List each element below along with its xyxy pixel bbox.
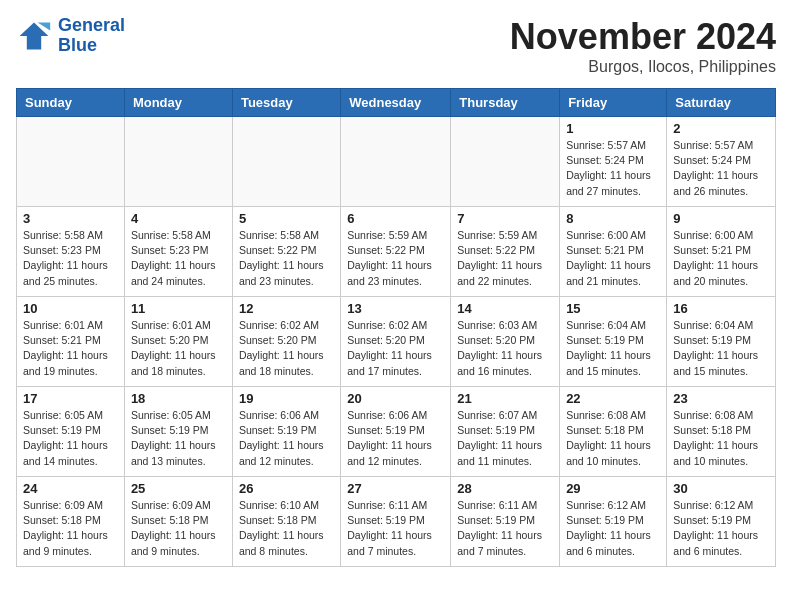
calendar-cell: 24Sunrise: 6:09 AM Sunset: 5:18 PM Dayli… [17, 477, 125, 567]
calendar-cell: 26Sunrise: 6:10 AM Sunset: 5:18 PM Dayli… [232, 477, 340, 567]
calendar-cell: 27Sunrise: 6:11 AM Sunset: 5:19 PM Dayli… [341, 477, 451, 567]
weekday-header: Friday [560, 89, 667, 117]
header: General Blue November 2024 Burgos, Iloco… [16, 16, 776, 76]
day-info: Sunrise: 6:12 AM Sunset: 5:19 PM Dayligh… [673, 498, 769, 559]
calendar-cell: 12Sunrise: 6:02 AM Sunset: 5:20 PM Dayli… [232, 297, 340, 387]
calendar-cell [17, 117, 125, 207]
day-info: Sunrise: 6:04 AM Sunset: 5:19 PM Dayligh… [673, 318, 769, 379]
day-info: Sunrise: 6:01 AM Sunset: 5:21 PM Dayligh… [23, 318, 118, 379]
day-info: Sunrise: 6:12 AM Sunset: 5:19 PM Dayligh… [566, 498, 660, 559]
day-number: 26 [239, 481, 334, 496]
calendar-cell [232, 117, 340, 207]
day-number: 3 [23, 211, 118, 226]
day-number: 9 [673, 211, 769, 226]
day-info: Sunrise: 6:00 AM Sunset: 5:21 PM Dayligh… [566, 228, 660, 289]
calendar-cell: 29Sunrise: 6:12 AM Sunset: 5:19 PM Dayli… [560, 477, 667, 567]
calendar-cell: 25Sunrise: 6:09 AM Sunset: 5:18 PM Dayli… [124, 477, 232, 567]
day-info: Sunrise: 6:03 AM Sunset: 5:20 PM Dayligh… [457, 318, 553, 379]
day-number: 15 [566, 301, 660, 316]
week-row: 1Sunrise: 5:57 AM Sunset: 5:24 PM Daylig… [17, 117, 776, 207]
calendar-cell: 5Sunrise: 5:58 AM Sunset: 5:22 PM Daylig… [232, 207, 340, 297]
calendar-cell: 17Sunrise: 6:05 AM Sunset: 5:19 PM Dayli… [17, 387, 125, 477]
calendar-cell: 23Sunrise: 6:08 AM Sunset: 5:18 PM Dayli… [667, 387, 776, 477]
weekday-header: Thursday [451, 89, 560, 117]
logo-icon [16, 18, 52, 54]
day-info: Sunrise: 6:05 AM Sunset: 5:19 PM Dayligh… [131, 408, 226, 469]
day-number: 18 [131, 391, 226, 406]
calendar: SundayMondayTuesdayWednesdayThursdayFrid… [16, 88, 776, 567]
day-number: 14 [457, 301, 553, 316]
day-info: Sunrise: 6:05 AM Sunset: 5:19 PM Dayligh… [23, 408, 118, 469]
day-number: 24 [23, 481, 118, 496]
calendar-cell [451, 117, 560, 207]
day-info: Sunrise: 6:08 AM Sunset: 5:18 PM Dayligh… [673, 408, 769, 469]
day-number: 29 [566, 481, 660, 496]
day-info: Sunrise: 5:59 AM Sunset: 5:22 PM Dayligh… [347, 228, 444, 289]
week-row: 3Sunrise: 5:58 AM Sunset: 5:23 PM Daylig… [17, 207, 776, 297]
day-number: 16 [673, 301, 769, 316]
logo: General Blue [16, 16, 125, 56]
calendar-cell: 28Sunrise: 6:11 AM Sunset: 5:19 PM Dayli… [451, 477, 560, 567]
day-number: 21 [457, 391, 553, 406]
calendar-cell: 7Sunrise: 5:59 AM Sunset: 5:22 PM Daylig… [451, 207, 560, 297]
calendar-cell: 13Sunrise: 6:02 AM Sunset: 5:20 PM Dayli… [341, 297, 451, 387]
day-info: Sunrise: 6:08 AM Sunset: 5:18 PM Dayligh… [566, 408, 660, 469]
calendar-cell: 22Sunrise: 6:08 AM Sunset: 5:18 PM Dayli… [560, 387, 667, 477]
day-number: 8 [566, 211, 660, 226]
day-info: Sunrise: 6:02 AM Sunset: 5:20 PM Dayligh… [347, 318, 444, 379]
calendar-cell: 4Sunrise: 5:58 AM Sunset: 5:23 PM Daylig… [124, 207, 232, 297]
day-info: Sunrise: 5:58 AM Sunset: 5:23 PM Dayligh… [131, 228, 226, 289]
day-number: 19 [239, 391, 334, 406]
calendar-cell: 3Sunrise: 5:58 AM Sunset: 5:23 PM Daylig… [17, 207, 125, 297]
calendar-cell: 8Sunrise: 6:00 AM Sunset: 5:21 PM Daylig… [560, 207, 667, 297]
calendar-cell: 6Sunrise: 5:59 AM Sunset: 5:22 PM Daylig… [341, 207, 451, 297]
day-info: Sunrise: 6:02 AM Sunset: 5:20 PM Dayligh… [239, 318, 334, 379]
day-number: 4 [131, 211, 226, 226]
calendar-cell: 19Sunrise: 6:06 AM Sunset: 5:19 PM Dayli… [232, 387, 340, 477]
day-info: Sunrise: 5:58 AM Sunset: 5:22 PM Dayligh… [239, 228, 334, 289]
day-number: 27 [347, 481, 444, 496]
location: Burgos, Ilocos, Philippines [510, 58, 776, 76]
day-number: 28 [457, 481, 553, 496]
day-info: Sunrise: 6:11 AM Sunset: 5:19 PM Dayligh… [347, 498, 444, 559]
weekday-header: Saturday [667, 89, 776, 117]
day-info: Sunrise: 6:04 AM Sunset: 5:19 PM Dayligh… [566, 318, 660, 379]
day-info: Sunrise: 6:01 AM Sunset: 5:20 PM Dayligh… [131, 318, 226, 379]
calendar-cell: 20Sunrise: 6:06 AM Sunset: 5:19 PM Dayli… [341, 387, 451, 477]
calendar-cell: 14Sunrise: 6:03 AM Sunset: 5:20 PM Dayli… [451, 297, 560, 387]
week-row: 10Sunrise: 6:01 AM Sunset: 5:21 PM Dayli… [17, 297, 776, 387]
day-info: Sunrise: 5:57 AM Sunset: 5:24 PM Dayligh… [673, 138, 769, 199]
day-number: 7 [457, 211, 553, 226]
day-number: 22 [566, 391, 660, 406]
day-info: Sunrise: 6:09 AM Sunset: 5:18 PM Dayligh… [23, 498, 118, 559]
weekday-header: Monday [124, 89, 232, 117]
weekday-header: Sunday [17, 89, 125, 117]
day-info: Sunrise: 6:11 AM Sunset: 5:19 PM Dayligh… [457, 498, 553, 559]
calendar-cell: 10Sunrise: 6:01 AM Sunset: 5:21 PM Dayli… [17, 297, 125, 387]
day-number: 20 [347, 391, 444, 406]
day-info: Sunrise: 5:59 AM Sunset: 5:22 PM Dayligh… [457, 228, 553, 289]
day-info: Sunrise: 6:07 AM Sunset: 5:19 PM Dayligh… [457, 408, 553, 469]
calendar-cell: 16Sunrise: 6:04 AM Sunset: 5:19 PM Dayli… [667, 297, 776, 387]
day-number: 30 [673, 481, 769, 496]
day-info: Sunrise: 5:57 AM Sunset: 5:24 PM Dayligh… [566, 138, 660, 199]
calendar-cell: 15Sunrise: 6:04 AM Sunset: 5:19 PM Dayli… [560, 297, 667, 387]
day-number: 23 [673, 391, 769, 406]
calendar-cell: 18Sunrise: 6:05 AM Sunset: 5:19 PM Dayli… [124, 387, 232, 477]
day-info: Sunrise: 6:10 AM Sunset: 5:18 PM Dayligh… [239, 498, 334, 559]
calendar-cell: 11Sunrise: 6:01 AM Sunset: 5:20 PM Dayli… [124, 297, 232, 387]
day-number: 25 [131, 481, 226, 496]
week-row: 24Sunrise: 6:09 AM Sunset: 5:18 PM Dayli… [17, 477, 776, 567]
day-info: Sunrise: 6:06 AM Sunset: 5:19 PM Dayligh… [347, 408, 444, 469]
weekday-header: Tuesday [232, 89, 340, 117]
day-number: 5 [239, 211, 334, 226]
day-number: 11 [131, 301, 226, 316]
day-number: 6 [347, 211, 444, 226]
day-info: Sunrise: 5:58 AM Sunset: 5:23 PM Dayligh… [23, 228, 118, 289]
calendar-cell [341, 117, 451, 207]
calendar-cell: 1Sunrise: 5:57 AM Sunset: 5:24 PM Daylig… [560, 117, 667, 207]
weekday-header-row: SundayMondayTuesdayWednesdayThursdayFrid… [17, 89, 776, 117]
logo-text: General Blue [58, 16, 125, 56]
calendar-cell [124, 117, 232, 207]
day-number: 13 [347, 301, 444, 316]
